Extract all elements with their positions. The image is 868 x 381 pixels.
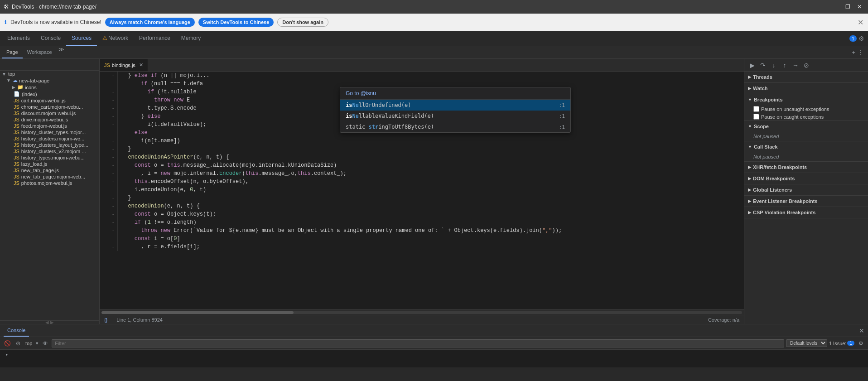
tree-item-discount[interactable]: JS discount.mojom-webui.js [0,110,99,116]
add-folder-icon[interactable]: + [852,49,855,56]
console-close-icon[interactable]: ✕ [859,327,864,334]
tree-item-top[interactable]: ▼ top [0,71,99,77]
breakpoints-header[interactable]: ▼ Breakpoints [744,94,868,105]
console-main-tab[interactable]: Console [4,324,29,337]
scope-header[interactable]: ▼ Scope [744,121,868,132]
coverage-label: Coverage: n/a [708,317,739,323]
minimize-button[interactable]: — [831,2,841,12]
breakpoints-label: Breakpoints [754,97,783,102]
threads-label: Threads [753,74,772,80]
pause-caught-input[interactable] [753,114,759,120]
notif-switch-button[interactable]: Switch DevTools to Chinese [198,18,274,27]
xhr-label: XHR/fetch Breakpoints [753,164,807,170]
devtools-settings-icon[interactable]: ⚙ [858,35,864,42]
tree-item-hcl[interactable]: JS history_clusters_layout_type... [0,142,99,148]
step-button[interactable]: → [791,60,800,70]
tree-item-drive[interactable]: JS drive.mojom-webui.js [0,116,99,123]
event-header[interactable]: ▶ Event Listener Breakpoints [744,196,868,207]
scope-not-paused: Not paused [744,132,868,141]
watch-header[interactable]: ▶ Watch [744,83,868,94]
notif-dismiss-button[interactable]: Don't show again [277,18,328,27]
editor-tab-icon: JS [104,63,110,68]
tab-network[interactable]: ⚠ Network [97,31,134,46]
csp-header[interactable]: ▶ CSP Violation Breakpoints [744,207,868,218]
callstack-header[interactable]: ▼ Call Stack [744,141,868,152]
tab-sources[interactable]: Sources [66,31,97,46]
tab-page[interactable]: Page [2,46,23,58]
deactivate-breakpoints-button[interactable]: ⊘ [801,60,811,70]
tree-item-chrome-cart[interactable]: JS chrome_cart.mojom-webu... [0,104,99,110]
sources-tab-more[interactable]: ≫ [58,46,64,58]
editor-tab-close-icon[interactable]: ✕ [139,62,143,68]
file-icon: 📄 [14,91,20,97]
tree-item-hcv2[interactable]: JS history_clusters_v2.mojom-... [0,148,99,154]
tab-console[interactable]: Console [35,31,66,46]
tree-item-label-ht: history_types.mojom-webu... [21,155,85,160]
notif-close-icon[interactable]: ✕ [858,18,863,27]
arrow-down-icon-ntp: ▼ [6,78,11,83]
step-into-button[interactable]: ↓ [769,60,779,70]
scrollbar-thumb[interactable] [101,311,294,314]
main-layout: Page Workspace ≫ + ⋮ ▼ [0,46,868,324]
horizontal-scrollbar[interactable] [100,309,744,315]
console-filter-input[interactable] [52,339,784,347]
tree-item-feed[interactable]: JS feed.mojom-webui.js [0,123,99,129]
console-context-arrow[interactable]: ▼ [35,341,39,346]
tree-item-cart[interactable]: JS cart.mojom-webui.js [0,97,99,104]
callstack-not-paused: Not paused [744,152,868,161]
step-over-button[interactable]: ↷ [758,60,768,70]
maximize-button[interactable]: ❐ [843,2,853,12]
ac-item-0[interactable]: isNullOrUndefined(e) :1 [340,100,570,111]
tree-item-hct[interactable]: JS history_cluster_types.mojor... [0,129,99,135]
sources-menu-icon[interactable]: ⋮ [857,49,863,56]
tab-workspace[interactable]: Workspace [23,46,57,58]
event-label: Event Listener Breakpoints [753,198,817,204]
pause-resume-button[interactable]: ▶ [747,60,757,70]
content-area: ▼ top ▼ ☁ new-tab-page ▶ 📁 icons [0,59,868,324]
file-tree-scroll[interactable]: ▼ top ▼ ☁ new-tab-page ▶ 📁 icons [0,71,99,320]
notif-match-language-button[interactable]: Always match Chrome's language [105,18,195,27]
tree-item-index[interactable]: 📄 (index) [0,91,99,97]
pause-caught-checkbox[interactable]: Pause on caught exceptions [744,113,868,121]
watch-section: ▶ Watch [744,83,868,94]
console-level-selector[interactable]: Default levels [786,339,827,347]
ac-item-1[interactable]: isNullableValueKindField(e) :1 [340,111,570,121]
tree-item-photos[interactable]: JS photos.mojom-webui.js [0,180,99,186]
console-chevron-icon[interactable]: ▸ [4,351,10,358]
tree-item-lazy[interactable]: JS lazy_load.js [0,161,99,167]
tree-item-label-discount: discount.mojom-webui.js [21,111,76,116]
scope-label: Scope [754,124,769,129]
titlebar-left: 🛠 DevTools - chrome://new-tab-page/ [4,4,96,10]
resize-handle-icon[interactable]: ◀ ▶ [45,320,54,324]
close-button[interactable]: ✕ [854,2,864,12]
dom-header[interactable]: ▶ DOM Breakpoints [744,173,868,184]
step-out-button[interactable]: ↑ [780,60,790,70]
scrollbar-track[interactable] [101,311,742,314]
tree-item-ht[interactable]: JS history_types.mojom-webu... [0,154,99,161]
ac-match-0: is [346,102,352,108]
console-filter-toggle[interactable]: ⊘ [14,339,23,348]
console-clear-button[interactable]: 🚫 [3,339,12,348]
tree-item-ntp-mojom[interactable]: JS new_tab_page.mojom-web... [0,174,99,180]
tree-item-icons[interactable]: ▶ 📁 icons [0,84,99,91]
xhr-header[interactable]: ▶ XHR/fetch Breakpoints [744,162,868,173]
tab-memory[interactable]: Memory [176,31,206,46]
threads-header[interactable]: ▶ Threads [744,72,868,82]
console-settings-button[interactable]: ⚙ [856,339,865,348]
global-header[interactable]: ▶ Global Listeners [744,184,868,195]
ac-item-2[interactable]: static stringToUtf8Bytes(e) :1 [340,121,570,132]
debugger-controls: ▶ ↷ ↓ ↑ → ⊘ [744,59,868,72]
console-output[interactable]: ▸ [0,350,868,367]
tree-item-ntp-js[interactable]: JS new_tab_page.js [0,167,99,174]
js-file-icon: JS [14,98,19,103]
tree-item-new-tab-page[interactable]: ▼ ☁ new-tab-page [0,77,99,84]
tab-elements[interactable]: Elements [2,31,35,46]
console-eye-button[interactable]: 👁 [41,339,50,348]
tab-performance[interactable]: Performance [134,31,176,46]
pause-uncaught-input[interactable] [753,106,759,112]
editor-tab-bindings[interactable]: JS bindings.js ✕ [100,59,148,71]
tree-item-label-chrome-cart: chrome_cart.mojom-webu... [21,104,83,110]
pause-uncaught-checkbox[interactable]: Pause on uncaught exceptions [744,105,868,113]
tree-item-hc[interactable]: JS history_clusters.mojom-we... [0,135,99,142]
folder-icon: 📁 [17,84,24,90]
